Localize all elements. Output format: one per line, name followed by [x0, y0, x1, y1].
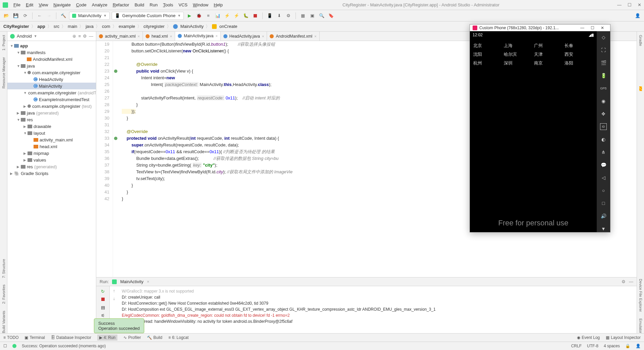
network-icon[interactable]: ⋔ [600, 149, 607, 156]
city-cell[interactable]: 上海 [503, 41, 534, 50]
city-cell[interactable]: 杭州 [473, 59, 503, 68]
hide-icon[interactable]: — [89, 34, 93, 39]
tab-head-xml[interactable]: head.xml× [143, 32, 175, 41]
emulator-screen[interactable]: 12:02 ◢ ▮ 北京 上海 广州 长春 沈阳 哈尔滨 天津 西安 [470, 31, 597, 232]
run-icon[interactable]: ▶ [186, 12, 193, 19]
tree-java-gen[interactable]: ▶java(generated) [7, 110, 96, 116]
bottom-db-inspector[interactable]: 🗄 Database Inspector [51, 335, 91, 340]
filter-icon[interactable]: ⚟ [100, 312, 106, 318]
minimize-button[interactable]: — [617, 2, 622, 7]
disk-icon[interactable]: ◐ [600, 136, 607, 143]
recent-nav-icon[interactable]: □ [600, 200, 607, 207]
close-icon[interactable]: × [314, 34, 316, 38]
tree-res-gen[interactable]: ▶res(generated) [7, 163, 96, 170]
menu-vcs[interactable]: VCS [176, 1, 190, 9]
city-cell[interactable]: 广州 [533, 41, 564, 50]
debug-icon[interactable]: 🐞 [195, 12, 203, 19]
down-icon[interactable]: ↓ [113, 296, 115, 301]
tree-drawable[interactable]: ▶drawable [7, 123, 96, 130]
maximize-button[interactable]: ☐ [628, 2, 632, 7]
bottom-layout-inspector[interactable]: ▦ Layout Inspector [606, 335, 641, 340]
user-icon[interactable]: 👤 [634, 12, 641, 19]
city-cell[interactable]: 深圳 [503, 59, 534, 68]
rail-gradle[interactable]: Gradle [639, 35, 643, 46]
tree-pkg-test[interactable]: ▶com.example.cityregister(test) [7, 103, 96, 110]
breadcrumb-item[interactable]: MainActivity [180, 24, 204, 29]
override-marker-icon[interactable] [114, 137, 117, 140]
status-crlf[interactable]: CRLF [571, 344, 582, 348]
breadcrumb-item[interactable]: app [38, 24, 45, 29]
sdk-manager-icon[interactable]: ⚙ [285, 12, 292, 19]
hammer-icon[interactable]: 🔨 [60, 12, 67, 19]
menu-file[interactable]: FFileile [11, 1, 22, 9]
close-icon[interactable]: × [138, 34, 140, 38]
breadcrumb-item[interactable]: com [102, 24, 110, 29]
rail-structure[interactable]: 7: Structure [2, 259, 6, 278]
project-view-selector[interactable]: Android [17, 34, 32, 39]
city-cell[interactable]: 哈尔滨 [503, 50, 534, 59]
rail-resource-manager[interactable]: Resource Manager [2, 57, 6, 89]
layout-icon[interactable]: ▦ [299, 12, 307, 19]
menu-build[interactable]: Build [132, 1, 146, 9]
battery-icon[interactable]: 🔋 [600, 72, 607, 79]
rail-device-file-explorer[interactable]: Device File Explorer [639, 279, 643, 312]
tab-activity-main[interactable]: activity_main.xml× [96, 32, 143, 41]
rail-project[interactable]: 1: Project [2, 35, 6, 50]
bottom-terminal[interactable]: ▣ Terminal [24, 335, 45, 340]
rotate-icon[interactable]: ◇ [600, 34, 607, 41]
menu-code[interactable]: Code [74, 1, 89, 9]
tree-layout[interactable]: ▼layout [7, 130, 96, 136]
bottom-build[interactable]: 🔨 Build [147, 335, 162, 340]
menu-view[interactable]: View [37, 1, 50, 9]
city-cell[interactable]: 沈阳 [473, 50, 503, 59]
city-cell[interactable]: 天津 [533, 50, 564, 59]
menu-help[interactable]: Help [212, 1, 225, 9]
volume-icon[interactable]: 🔊 [600, 213, 607, 219]
close-icon[interactable]: × [215, 34, 217, 38]
rerun-icon[interactable]: ↻ [100, 288, 106, 294]
apply-changes-icon[interactable]: ⚡ [223, 12, 231, 19]
device-dropdown[interactable]: 📱 Genymobile Custom Phone ▼ [112, 12, 184, 20]
layout-icon[interactable]: ▤ [100, 304, 106, 310]
stop-icon[interactable] [252, 12, 259, 19]
city-cell[interactable]: 长春 [564, 41, 594, 50]
breadcrumb-item[interactable]: example [119, 24, 135, 29]
tree-mipmap[interactable]: ▶mipmap [7, 150, 96, 157]
tree-activity-main-xml[interactable]: activity_main.xml [7, 136, 96, 143]
menu-refactor[interactable]: Refactor [111, 1, 131, 9]
tree-gradle-scripts[interactable]: ▶🐘Gradle Scripts [7, 170, 96, 177]
tree-head-activity[interactable]: CHeadActivity [7, 76, 96, 83]
webcam-icon[interactable]: ◉ [600, 98, 607, 104]
tree-java[interactable]: ▼java [7, 62, 96, 69]
rail-emulator[interactable]: Emulator [639, 318, 643, 333]
tab-main-activity[interactable]: MainActivity.java× [175, 32, 221, 41]
breadcrumb-item[interactable]: main [68, 24, 77, 29]
sync-icon[interactable]: ⟳ [21, 12, 29, 19]
menu-run[interactable]: Run [148, 1, 160, 9]
breadcrumb-item[interactable]: src [54, 24, 59, 29]
camera-icon[interactable]: 🎬 [600, 59, 607, 66]
attach-debug-icon[interactable]: 🐛 [242, 12, 250, 19]
tree-app[interactable]: ▼app [7, 42, 96, 49]
target-icon[interactable]: ⊕ [72, 34, 76, 39]
city-cell[interactable]: 南京 [533, 59, 564, 68]
breadcrumb-item[interactable]: java [86, 24, 94, 29]
tree-manifest-xml[interactable]: AndroidManifest.xml [7, 56, 96, 62]
tree-res[interactable]: ▼res [7, 116, 96, 123]
run-console[interactable]: W/Gralloc3: mapper 3.x is not supported … [118, 286, 637, 333]
tab-head-activity[interactable]: HeadActivity.java× [221, 32, 267, 41]
gps-icon[interactable]: GPS [600, 85, 607, 92]
close-button[interactable]: ✕ [638, 2, 641, 7]
run-config-dropdown[interactable]: MainActivity ▼ [69, 12, 110, 20]
lock-icon[interactable]: 🔒 [625, 344, 630, 348]
breadcrumb-root[interactable]: CityRegister [3, 24, 29, 29]
tree-head-xml[interactable]: head.xml [7, 143, 96, 150]
forward-icon[interactable]: → [45, 12, 53, 19]
tab-android-manifest[interactable]: AndroidManifest.xml× [267, 32, 319, 41]
menu-edit[interactable]: Edit [24, 1, 35, 9]
bottom-run[interactable]: ▶ 4: Run [97, 335, 117, 341]
open-icon[interactable]: 📂 [3, 12, 10, 19]
tree-values[interactable]: ▶values [7, 157, 96, 163]
rail-favorites[interactable]: 2: Favorites [2, 285, 6, 304]
emulator-window[interactable]: Custom Phone (768x1280, 320dpi) - 192.1.… [470, 24, 610, 232]
